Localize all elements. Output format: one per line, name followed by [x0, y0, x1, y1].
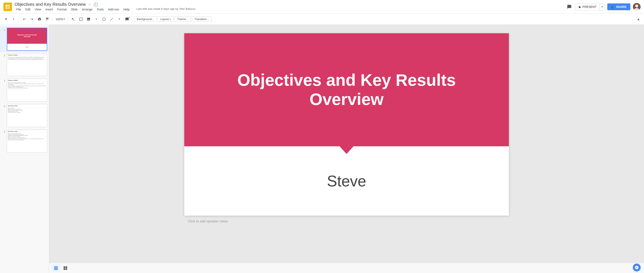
menu-format[interactable]: Format — [56, 7, 68, 11]
toolbar-separator-4 — [132, 17, 132, 22]
svg-rect-0 — [6, 5, 8, 6]
menu-arrange[interactable]: Arrange — [80, 7, 94, 11]
slide-number-4: 4 — [2, 105, 5, 107]
present-main[interactable]: ▶ PRESENT — [576, 3, 600, 10]
header-right: ▶ PRESENT ▾ 👥 SHARE — [566, 3, 640, 11]
thumb5-text: Measure your objective with key results:… — [8, 133, 46, 141]
menu-tools[interactable]: Tools — [95, 7, 106, 11]
transition-button[interactable]: Transition... — [192, 16, 212, 22]
image-tool[interactable] — [85, 16, 92, 23]
slide-top-section[interactable]: Objectives and Key Results Overview — [184, 33, 509, 146]
speech-bubble-tail — [339, 145, 354, 154]
title-bar: Objectives and Key Results Overview ☆ 🕘 … — [0, 0, 644, 14]
zoom-chevron: ▾ — [64, 18, 65, 20]
star-icon[interactable]: ☆ — [88, 2, 91, 7]
editor-area: Objectives and Key Results Overview Stev… — [49, 25, 644, 273]
slide-thumb-img-3: Purpose of OKRs Measure your work: You d… — [7, 79, 47, 101]
svg-point-8 — [102, 18, 106, 21]
recent-icon[interactable]: 🕘 — [93, 2, 98, 7]
toolbar-separator-2 — [52, 17, 52, 22]
menu-help[interactable]: Help — [122, 7, 131, 11]
slide-thumbnail-3[interactable]: 3 Purpose of OKRs Measure your work: You… — [0, 77, 49, 103]
add-slide-button[interactable]: + — [2, 16, 10, 23]
svg-rect-1 — [8, 5, 10, 6]
thumb5-title: How does it work — [8, 131, 46, 132]
last-edit-info: Last edit was made 8 days ago by Vitor B… — [136, 7, 196, 11]
thumb4-text: Define an objective:What you want to ach… — [8, 108, 46, 113]
menu-addons[interactable]: Add-ons — [106, 7, 121, 11]
slide-thumbnail-2[interactable]: 2 Purpose of slides Give an overview to … — [0, 52, 49, 77]
slide-thumbnail-5[interactable]: 5 How does it work Measure your objectiv… — [0, 128, 49, 154]
add-slide-dropdown[interactable]: ▾ — [10, 16, 17, 23]
svg-rect-10 — [54, 267, 58, 267]
svg-line-9 — [110, 18, 113, 20]
slide-thumb-img-1: Objectives and Key ResultsOverview Steve — [7, 28, 47, 51]
present-dropdown[interactable]: ▾ — [600, 4, 604, 10]
menu-file[interactable]: File — [14, 7, 23, 11]
slide-title-line1: Objectives and Key Results — [237, 71, 456, 89]
svg-rect-16 — [66, 268, 67, 270]
slide-panel: 1 Objectives and Key ResultsOverview Ste… — [0, 25, 49, 273]
comment-button[interactable]: + — [124, 16, 130, 23]
paint-format-button[interactable] — [44, 16, 50, 23]
slide-thumb-img-4: How does it work Define an objective:Wha… — [7, 104, 47, 127]
thumb2-title: Purpose of slides — [8, 54, 46, 56]
theme-button[interactable]: Theme... — [174, 16, 191, 22]
chat-icon-button[interactable] — [566, 3, 573, 11]
slide-number-5: 5 — [2, 131, 5, 133]
svg-point-5 — [635, 4, 638, 7]
svg-rect-11 — [54, 268, 58, 268]
toolbar-separator-1 — [19, 17, 19, 22]
svg-rect-3 — [8, 7, 10, 9]
print-button[interactable] — [36, 16, 43, 23]
assistant-button[interactable] — [633, 264, 640, 271]
image-dropdown[interactable]: ▾ — [93, 16, 100, 23]
doc-title[interactable]: Objectives and Key Results Overview — [14, 2, 86, 7]
thumb3-title: Purpose of OKRs — [8, 80, 46, 81]
thumb3-text: Measure your work: You define OKRs every… — [8, 82, 46, 88]
present-button[interactable]: ▶ PRESENT ▾ — [576, 3, 605, 10]
speaker-notes-area: Click to add speaker notes — [184, 217, 509, 226]
cursor-tool[interactable]: ↖ — [70, 16, 77, 23]
slide-thumbnail-4[interactable]: 4 How does it work Define an objective:W… — [0, 103, 49, 128]
doc-title-row: Objectives and Key Results Overview ☆ 🕘 — [14, 2, 563, 7]
view-toggle-grid[interactable] — [62, 265, 69, 272]
collapse-toolbar-button[interactable]: ▲ — [636, 16, 642, 22]
title-area: Objectives and Key Results Overview ☆ 🕘 … — [14, 2, 563, 11]
zoom-dropdown[interactable]: 100% ▾ — [54, 17, 66, 22]
shape-tool[interactable] — [100, 16, 108, 23]
svg-rect-12 — [54, 269, 58, 270]
menu-slide[interactable]: Slide — [69, 7, 79, 11]
toolbar: + ▾ ↩ ↪ 100% ▾ ↖ ▾ ▾ + Background... Lay… — [0, 14, 644, 25]
svg-rect-13 — [64, 266, 65, 268]
slide-main-title[interactable]: Objectives and Key Results Overview — [220, 71, 473, 109]
select-tool[interactable] — [78, 16, 84, 23]
main-content: 1 Objectives and Key ResultsOverview Ste… — [0, 25, 644, 273]
thumb1-title: Objectives and Key ResultsOverview — [17, 34, 37, 38]
slide-bottom-section[interactable]: Steve — [184, 146, 509, 216]
layout-button[interactable]: Layout ▾ — [158, 16, 174, 22]
line-dropdown[interactable]: ▾ — [116, 16, 123, 23]
background-button[interactable]: Background... — [134, 16, 157, 22]
slide-thumb-img-5: How does it work Measure your objective … — [7, 130, 47, 153]
slide-presenter-name[interactable]: Steve — [327, 172, 366, 190]
svg-rect-7 — [80, 18, 82, 21]
share-label: SHARE — [616, 5, 626, 8]
slide-thumbnail-1[interactable]: 1 Objectives and Key ResultsOverview Ste… — [0, 26, 49, 52]
present-play-icon: ▶ — [579, 5, 581, 8]
svg-rect-14 — [66, 266, 67, 268]
line-tool[interactable] — [108, 16, 115, 23]
redo-button[interactable]: ↪ — [28, 16, 35, 23]
speaker-notes-placeholder[interactable]: Click to add speaker notes — [188, 220, 506, 223]
user-avatar[interactable] — [633, 3, 640, 11]
share-button[interactable]: 👥 SHARE — [607, 3, 630, 10]
view-toggle-strip[interactable] — [52, 265, 59, 272]
undo-button[interactable]: ↩ — [21, 16, 28, 23]
slide-number-2: 2 — [2, 54, 5, 57]
main-slide: Objectives and Key Results Overview Stev… — [184, 33, 509, 216]
svg-rect-15 — [64, 268, 65, 270]
menu-view[interactable]: View — [33, 7, 43, 11]
menu-insert[interactable]: Insert — [44, 7, 55, 11]
menu-edit[interactable]: Edit — [24, 7, 32, 11]
slide-title-line2: Overview — [310, 90, 384, 109]
